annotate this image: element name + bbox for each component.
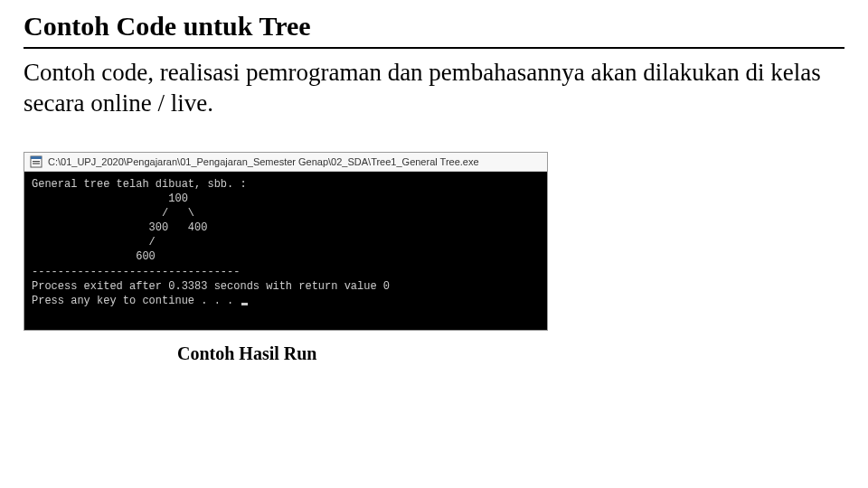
terminal-line: General tree telah dibuat, sbb. :: [32, 178, 247, 191]
terminal-line: 100: [32, 192, 188, 205]
slide-body-text: Contoh code, realisasi pemrograman dan p…: [24, 58, 844, 119]
terminal-line: Process exited after 0.3383 seconds with…: [32, 280, 390, 293]
terminal-output: General tree telah dibuat, sbb. : 100 / …: [24, 172, 547, 331]
terminal-line: Press any key to continue . . .: [32, 295, 240, 307]
slide-container: Contoh Code untuk Tree Contoh code, real…: [0, 0, 868, 364]
svg-rect-1: [31, 156, 42, 159]
terminal-title-text: C:\01_UPJ_2020\Pengajaran\01_Pengajaran_…: [48, 156, 479, 167]
svg-rect-2: [33, 161, 40, 162]
terminal-line: /: [32, 236, 156, 249]
terminal-cursor: [241, 303, 248, 305]
image-caption: Contoh Hasil Run: [177, 343, 844, 364]
terminal-line: / \: [32, 207, 194, 220]
terminal-line: 600: [32, 250, 156, 263]
terminal-titlebar: C:\01_UPJ_2020\Pengajaran\01_Pengajaran_…: [24, 153, 547, 172]
svg-rect-3: [33, 163, 40, 164]
slide-title: Contoh Code untuk Tree: [24, 11, 844, 49]
terminal-window: C:\01_UPJ_2020\Pengajaran\01_Pengajaran_…: [24, 152, 548, 332]
terminal-line: 300 400: [32, 221, 207, 234]
terminal-icon: [30, 155, 42, 168]
terminal-line: --------------------------------: [32, 266, 240, 278]
